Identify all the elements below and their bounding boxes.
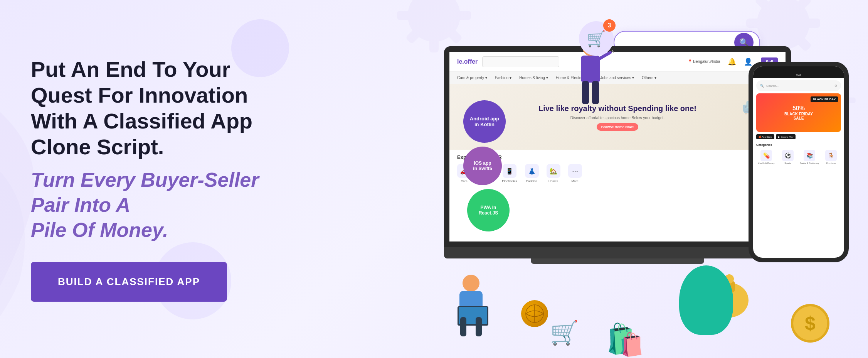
cat-others: Others ▾ [642, 76, 656, 80]
explore-title: Explore LE.OFFER [457, 154, 778, 160]
left-content: Put An End To Your Quest For Innovation … [0, 56, 270, 302]
ball-decoration [521, 300, 548, 327]
android-bubble-line1: Android app [470, 116, 500, 122]
svg-point-35 [463, 275, 479, 292]
nav-location: 📍 Bengaluru/India [688, 59, 720, 64]
cat-label-cars: Cars [461, 179, 468, 183]
laptop-foot [531, 258, 704, 264]
phone-body: 9:41 🔍 Search... ⚙ 50% BLACK FRIDAY SALE [749, 62, 849, 262]
ios-bubble: IOS app in Swift5 [463, 147, 502, 185]
phone-sale-label: BLACK FRIDAY [784, 112, 813, 116]
build-classified-app-button[interactable]: BUILD A CLASSIFIED APP [31, 262, 227, 302]
phone-sale-percent: 50% [784, 105, 813, 112]
site-logo: le.offer [457, 58, 478, 65]
android-bubble: Android app in Kotlin [463, 100, 506, 143]
list-item: ⋯ More [568, 164, 582, 183]
phone-cat-icon-furniture: 🪑 [825, 150, 837, 161]
headline-line1: Put An End To Your Quest For Innovation [31, 57, 248, 107]
dollar-symbol: $ [805, 312, 816, 334]
phone-cat-grid: 💊 Health & Beauty ⚽ Sports 📚 Books & Sta… [753, 148, 844, 166]
shopping-figure-2: 🛒 [550, 319, 579, 346]
laptop-person-illustration [436, 272, 506, 350]
subheadline: Turn Every Buyer-Seller Pair Into A Pile… [31, 167, 270, 243]
app-store-button[interactable]: 🍎 App Store [756, 134, 774, 139]
hero-section: Put An End To Your Quest For Innovation … [0, 0, 868, 358]
right-content: 🛒 3 🔍 [259, 0, 868, 358]
subheadline-line2: Pile Of Money. [31, 219, 168, 241]
cart-decoration: 🛒 3 [579, 21, 614, 56]
black-friday-badge: BLACK FRIDAY [811, 96, 838, 102]
cart-badge: 3 [603, 19, 616, 32]
google-play-button[interactable]: ▶ Google Play [776, 134, 796, 139]
phone-cat-label-sports: Sports [784, 162, 791, 164]
banner-heading: Live like royalty without Spending like … [538, 103, 696, 113]
phone-status-text: 9:41 [796, 74, 801, 76]
phone-cat-icon-sports: ⚽ [782, 150, 794, 161]
list-item: 👗 Fashion [525, 164, 539, 183]
cat-homes: Homes & living ▾ [519, 76, 548, 80]
banner-text-block: Live like royalty without Spending like … [538, 103, 696, 131]
ios-bubble-line1: IOS app [474, 160, 491, 166]
list-item: 📱 Electronics [502, 164, 517, 183]
site-nav: le.offer 📍 Bengaluru/India 🔔 👤 Sell [449, 52, 786, 72]
site-search-bar [482, 56, 559, 67]
cat-label-fashion: Fashion [526, 179, 537, 183]
phone-cat-icon-books: 📚 [804, 150, 815, 161]
teal-blob-decoration [679, 265, 733, 335]
cat-icon-homes2: 🏡 [547, 164, 560, 178]
svg-rect-31 [582, 81, 589, 104]
cat-label-electronics: Electronics [502, 179, 517, 183]
explore-categories: 🚗 Cars 🏠 Real estate 📱 Electronics [457, 164, 778, 183]
cat-label-homes2: Homes [548, 179, 558, 183]
phone-banner-text: 50% BLACK FRIDAY SALE [784, 105, 813, 120]
search-icon: 🔍 [739, 38, 749, 47]
nav-bell: 🔔 [728, 57, 736, 66]
list-item: 🪑 Furniture [821, 150, 841, 164]
phone-categories-label: Categories [753, 142, 844, 148]
cat-icon-electronics: 📱 [503, 164, 516, 178]
phone-notch [783, 66, 814, 73]
cat-label-more: More [571, 179, 578, 183]
pwa-bubble-line1: PWA in [481, 205, 496, 210]
headline: Put An End To Your Quest For Innovation … [31, 56, 270, 160]
phone-sale-type: SALE [784, 116, 813, 120]
phone-filter-icon: ⚙ [834, 84, 837, 88]
pwa-bubble-line2: React.JS [479, 210, 498, 216]
phone-mockup: 9:41 🔍 Search... ⚙ 50% BLACK FRIDAY SALE [749, 62, 849, 262]
headline-line2: With A Classified App Clone Script. [31, 109, 252, 159]
phone-search-placeholder: Search... [766, 84, 779, 88]
phone-cat-label-books: Books & Stationary [799, 162, 819, 164]
cat-icon-fashion: 👗 [525, 164, 539, 178]
list-item: ⚽ Sports [778, 150, 798, 164]
cart-icon-circle: 🛒 3 [579, 21, 614, 56]
laptop-base [444, 247, 791, 258]
phone-cat-icon-health: 💊 [760, 150, 772, 161]
phone-app-store-buttons: 🍎 App Store ▶ Google Play [753, 132, 844, 142]
shopping-figure-1: 🛍️ [606, 322, 644, 358]
phone-search-icon: 🔍 [760, 84, 764, 88]
ios-bubble-line2: in Swift5 [473, 166, 492, 171]
banner-sub: Discover affordable spacious home Below … [538, 116, 696, 120]
svg-rect-39 [460, 317, 466, 336]
subheadline-line1: Turn Every Buyer-Seller Pair Into A [31, 169, 259, 216]
svg-line-34 [612, 50, 614, 100]
cat-cars: Cars & property ▾ [457, 76, 487, 80]
phone-banner: 50% BLACK FRIDAY SALE BLACK FRIDAY [756, 93, 841, 132]
phone-cat-label-health: Health & Beauty [758, 162, 774, 164]
site-categories-bar: Cars & property ▾ Fashion ▾ Homes & livi… [449, 72, 786, 84]
dollar-coin-decoration: $ [791, 304, 829, 343]
cat-icon-more: ⋯ [568, 164, 582, 178]
phone-cat-label-furniture: Furniture [826, 162, 836, 164]
cart-icon: 🛒 [587, 30, 606, 48]
list-item: 💊 Health & Beauty [756, 150, 776, 164]
pwa-bubble: PWA in React.JS [467, 189, 510, 231]
phone-screen: 9:41 🔍 Search... ⚙ 50% BLACK FRIDAY SALE [753, 66, 844, 258]
list-item: 🏡 Homes [547, 164, 560, 183]
svg-rect-30 [581, 56, 600, 83]
list-item: 📚 Books & Stationary [799, 150, 819, 164]
browse-button[interactable]: Browse Home Now! [597, 123, 639, 131]
android-bubble-line2: in Kotlin [474, 122, 495, 127]
svg-rect-40 [476, 317, 482, 336]
svg-rect-32 [592, 81, 599, 104]
phone-search-bar: 🔍 Search... ⚙ [756, 80, 841, 91]
